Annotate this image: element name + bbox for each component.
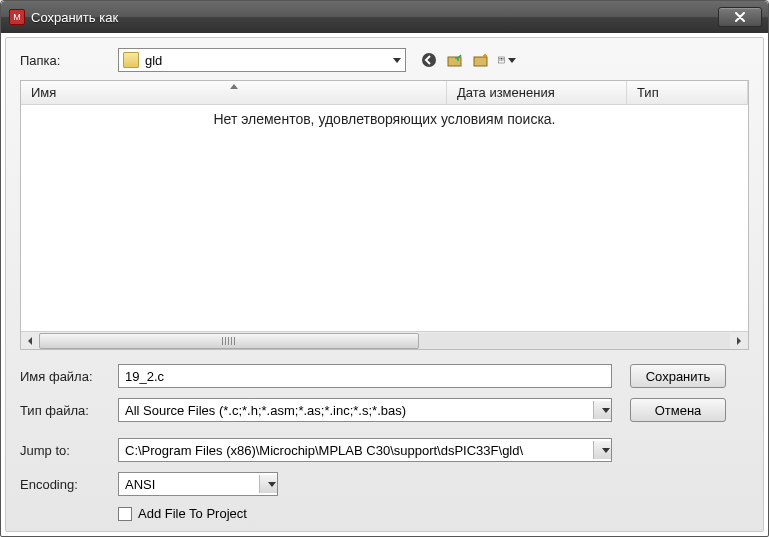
filetype-combo[interactable]: All Source Files (*.c;*.h;*.asm;*.as;*.i… (118, 398, 612, 422)
jumpto-value: C:\Program Files (x86)\Microchip\MPLAB C… (125, 443, 589, 458)
add-file-row: Add File To Project (118, 506, 749, 521)
column-header-name-label: Имя (31, 85, 56, 100)
svg-rect-7 (500, 60, 501, 61)
scroll-right-button[interactable] (730, 333, 748, 349)
column-header-type-label: Тип (637, 85, 659, 100)
svg-rect-8 (501, 60, 502, 61)
encoding-combo[interactable]: ANSI (118, 472, 278, 496)
folder-label: Папка: (20, 53, 118, 68)
scrollbar-thumb[interactable] (39, 333, 419, 349)
chevron-down-icon (393, 58, 401, 63)
chevron-down-icon (268, 482, 276, 487)
svg-rect-2 (474, 57, 487, 66)
save-button[interactable]: Сохранить (630, 364, 726, 388)
svg-rect-1 (448, 57, 461, 66)
scrollbar-track[interactable] (39, 333, 730, 349)
new-folder-icon (473, 52, 489, 68)
grip-icon (222, 337, 236, 345)
svg-point-0 (422, 53, 436, 67)
filetype-label: Тип файла: (20, 403, 118, 418)
filename-input[interactable] (118, 364, 612, 388)
filename-label: Имя файла: (20, 369, 118, 384)
filetype-value: All Source Files (*.c;*.h;*.asm;*.as;*.i… (125, 403, 589, 418)
horizontal-scrollbar[interactable] (21, 331, 748, 349)
column-headers: Имя Дата изменения Тип (21, 81, 748, 105)
titlebar[interactable]: M Сохранить как (1, 1, 768, 33)
column-header-name[interactable]: Имя (21, 81, 447, 104)
triangle-left-icon (26, 336, 34, 346)
encoding-value: ANSI (125, 477, 255, 492)
view-icon (498, 53, 506, 67)
cancel-button[interactable]: Отмена (630, 398, 726, 422)
add-file-checkbox[interactable] (118, 507, 132, 521)
encoding-label: Encoding: (20, 477, 118, 492)
encoding-dropdown-button[interactable] (259, 475, 277, 493)
folder-name: gld (145, 53, 387, 68)
new-folder-button[interactable] (472, 51, 490, 69)
filetype-row: Тип файла: All Source Files (*.c;*.h;*.a… (20, 398, 749, 422)
encoding-row: Encoding: ANSI (20, 472, 749, 496)
client-area: Папка: gld (5, 37, 764, 532)
chevron-down-icon (602, 448, 610, 453)
chevron-down-icon (508, 58, 516, 63)
folder-combo[interactable]: gld (118, 48, 406, 72)
folder-row: Папка: gld (20, 48, 749, 72)
window-title: Сохранить как (31, 10, 718, 25)
jumpto-combo[interactable]: C:\Program Files (x86)\Microchip\MPLAB C… (118, 438, 612, 462)
up-one-level-button[interactable] (446, 51, 464, 69)
file-list: Имя Дата изменения Тип Нет элементов, уд… (20, 80, 749, 350)
folder-toolbar (420, 51, 516, 69)
sort-asc-icon (230, 84, 238, 89)
back-button[interactable] (420, 51, 438, 69)
view-menu-button[interactable] (498, 51, 516, 69)
folder-up-icon (447, 52, 463, 68)
column-header-modified[interactable]: Дата изменения (447, 81, 627, 104)
app-icon: M (9, 9, 25, 25)
close-button[interactable] (718, 7, 762, 27)
jumpto-row: Jump to: C:\Program Files (x86)\Microchi… (20, 438, 749, 462)
file-area[interactable]: Нет элементов, удовлетворяющих условиям … (21, 105, 748, 331)
jumpto-dropdown-button[interactable] (593, 441, 611, 459)
svg-rect-4 (500, 58, 501, 59)
scroll-left-button[interactable] (21, 333, 39, 349)
form-rows: Имя файла: Сохранить Тип файла: All Sour… (20, 364, 749, 521)
folder-icon (123, 52, 139, 68)
back-icon (421, 52, 437, 68)
svg-rect-9 (503, 60, 504, 61)
filename-row: Имя файла: Сохранить (20, 364, 749, 388)
jumpto-label: Jump to: (20, 443, 118, 458)
svg-rect-6 (503, 58, 504, 59)
add-file-label: Add File To Project (138, 506, 247, 521)
save-as-dialog: M Сохранить как Папка: gld (0, 0, 769, 537)
chevron-down-icon (602, 408, 610, 413)
triangle-right-icon (735, 336, 743, 346)
column-header-modified-label: Дата изменения (457, 85, 555, 100)
empty-message: Нет элементов, удовлетворяющих условиям … (21, 111, 748, 127)
svg-rect-5 (501, 58, 502, 59)
column-header-type[interactable]: Тип (627, 81, 748, 104)
filetype-dropdown-button[interactable] (593, 401, 611, 419)
close-icon (734, 12, 746, 22)
